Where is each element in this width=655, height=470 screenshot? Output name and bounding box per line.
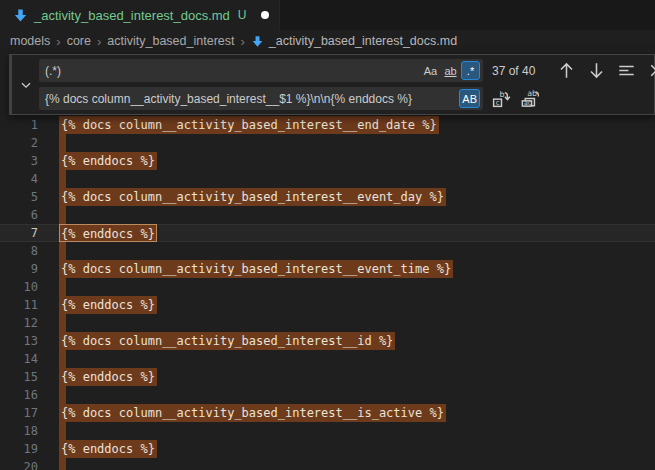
editor-line[interactable]: 4 [0, 170, 655, 188]
search-match-empty-line-highlight [59, 350, 66, 368]
chevron-right-icon: › [56, 34, 60, 49]
editor-lines: 1 {% docs column__activity_based_interes… [0, 116, 655, 470]
line-number[interactable]: 11 [0, 296, 38, 314]
search-match-empty-line-highlight [59, 134, 66, 152]
code-text[interactable]: {% enddocs %} [59, 296, 157, 314]
svg-text:ab: ab [527, 89, 537, 98]
line-number[interactable]: 4 [0, 170, 38, 188]
breadcrumb-item-file[interactable]: _activity_based_interest_docs.md [269, 34, 457, 48]
markdown-file-icon [251, 35, 264, 48]
code-text[interactable]: {% enddocs %} [59, 440, 157, 458]
find-input[interactable]: (.*) Aa ab .* [39, 59, 483, 82]
line-number[interactable]: 17 [0, 404, 38, 422]
tab-bar: _activity_based_interest_docs.md U [0, 0, 655, 30]
markdown-file-icon [13, 8, 28, 23]
breadcrumb-item-core[interactable]: core [67, 34, 91, 48]
editor-line[interactable]: 16 [0, 386, 655, 404]
preserve-case-toggle[interactable]: AB [459, 89, 480, 108]
find-replace-widget: (.*) Aa ab .* 37 of 40 [9, 54, 655, 115]
search-match-empty-line-highlight [59, 170, 66, 188]
editor-line[interactable]: 1 {% docs column__activity_based_interes… [0, 116, 655, 134]
unsaved-changes-dot-icon[interactable] [261, 11, 269, 19]
breadcrumb-item-models[interactable]: models [10, 34, 50, 48]
previous-match-arrow-up-icon[interactable] [556, 60, 577, 81]
editor-line[interactable]: 9 {% docs column__activity_based_interes… [0, 260, 655, 278]
editor-line[interactable]: 12 [0, 314, 655, 332]
editor-line[interactable]: 17 {% docs column__activity_based_intere… [0, 404, 655, 422]
editor-line[interactable]: 3 {% enddocs %} [0, 152, 655, 170]
tab-filename: _activity_based_interest_docs.md [34, 8, 230, 23]
breadcrumb: models › core › activity_based_interest … [0, 30, 655, 52]
editor-line[interactable]: 18 [0, 422, 655, 440]
code-text[interactable]: {% docs column__activity_based_interest_… [59, 260, 453, 278]
line-number[interactable]: 20 [0, 458, 38, 470]
search-match-empty-line-highlight [59, 458, 66, 470]
line-number[interactable]: 10 [0, 278, 38, 296]
git-untracked-badge: U [238, 8, 247, 22]
line-number[interactable]: 2 [0, 134, 38, 152]
code-text[interactable]: {% docs column__activity_based_interest_… [59, 116, 439, 134]
search-match-empty-line-highlight [59, 278, 66, 296]
replace-all-icon[interactable]: ab ac [520, 88, 541, 109]
replace-row: {% docs column__activity_based_interest_… [39, 87, 655, 110]
line-number[interactable]: 16 [0, 386, 38, 404]
svg-text:c: c [496, 98, 500, 107]
chevron-right-icon: › [240, 34, 244, 49]
find-in-selection-icon[interactable] [616, 60, 637, 81]
line-number[interactable]: 15 [0, 368, 38, 386]
search-match-empty-line-highlight [59, 206, 66, 224]
line-number[interactable]: 5 [0, 188, 38, 206]
editor-line[interactable]: 13 {% docs column__activity_based_intere… [0, 332, 655, 350]
replace-icon[interactable]: b c [491, 88, 512, 109]
editor-line[interactable]: 10 [0, 278, 655, 296]
svg-text:ac: ac [524, 99, 532, 106]
search-match-empty-line-highlight [59, 386, 66, 404]
line-number[interactable]: 13 [0, 332, 38, 350]
code-text[interactable]: {% enddocs %} [59, 152, 157, 170]
search-match-empty-line-highlight [59, 314, 66, 332]
editor-line[interactable]: 11 {% enddocs %} [0, 296, 655, 314]
close-icon[interactable] [646, 60, 655, 81]
tab-activity-based-interest-docs[interactable]: _activity_based_interest_docs.md U [0, 0, 280, 30]
editor-line[interactable]: 14 [0, 350, 655, 368]
code-text[interactable]: {% enddocs %} [59, 368, 157, 386]
line-number[interactable]: 6 [0, 206, 38, 224]
find-row: (.*) Aa ab .* 37 of 40 [39, 59, 655, 82]
line-number[interactable]: 18 [0, 422, 38, 440]
editor-line[interactable]: 7 {% enddocs %} [0, 224, 655, 242]
code-text[interactable]: {% docs column__activity_based_interest_… [59, 332, 395, 350]
replace-value-text: {% docs column__activity_based_interest_… [45, 92, 458, 106]
replace-input[interactable]: {% docs column__activity_based_interest_… [39, 87, 483, 110]
current-search-match[interactable]: {% enddocs %} [59, 224, 157, 242]
svg-text:b: b [500, 90, 505, 99]
regex-toggle[interactable]: .* [461, 61, 480, 80]
toggle-replace-chevron-down-icon[interactable] [18, 77, 34, 93]
line-number[interactable]: 9 [0, 260, 38, 278]
match-case-toggle[interactable]: Aa [421, 61, 440, 80]
line-number[interactable]: 1 [0, 116, 38, 134]
match-count: 37 of 40 [492, 64, 547, 78]
whole-word-toggle[interactable]: ab [441, 61, 460, 80]
chevron-right-icon: › [97, 34, 101, 49]
line-number[interactable]: 7 [0, 224, 38, 242]
editor-line[interactable]: 6 [0, 206, 655, 224]
line-number[interactable]: 14 [0, 350, 38, 368]
editor-line[interactable]: 20 [0, 458, 655, 470]
next-match-arrow-down-icon[interactable] [586, 60, 607, 81]
code-text[interactable]: {% docs column__activity_based_interest_… [59, 188, 446, 206]
search-match-empty-line-highlight [59, 242, 66, 260]
code-text[interactable]: {% docs column__activity_based_interest_… [59, 404, 446, 422]
editor-line[interactable]: 2 [0, 134, 655, 152]
editor-line[interactable]: 5 {% docs column__activity_based_interes… [0, 188, 655, 206]
editor-line[interactable]: 15 {% enddocs %} [0, 368, 655, 386]
breadcrumb-item-activity-based-interest[interactable]: activity_based_interest [107, 34, 234, 48]
line-number[interactable]: 8 [0, 242, 38, 260]
line-number[interactable]: 3 [0, 152, 38, 170]
line-number[interactable]: 12 [0, 314, 38, 332]
find-query-text: (.*) [45, 64, 420, 78]
editor-line[interactable]: 8 [0, 242, 655, 260]
line-number[interactable]: 19 [0, 440, 38, 458]
editor-line[interactable]: 19 {% enddocs %} [0, 440, 655, 458]
vscode-window: _activity_based_interest_docs.md U model… [0, 0, 655, 470]
search-match-empty-line-highlight [59, 422, 66, 440]
